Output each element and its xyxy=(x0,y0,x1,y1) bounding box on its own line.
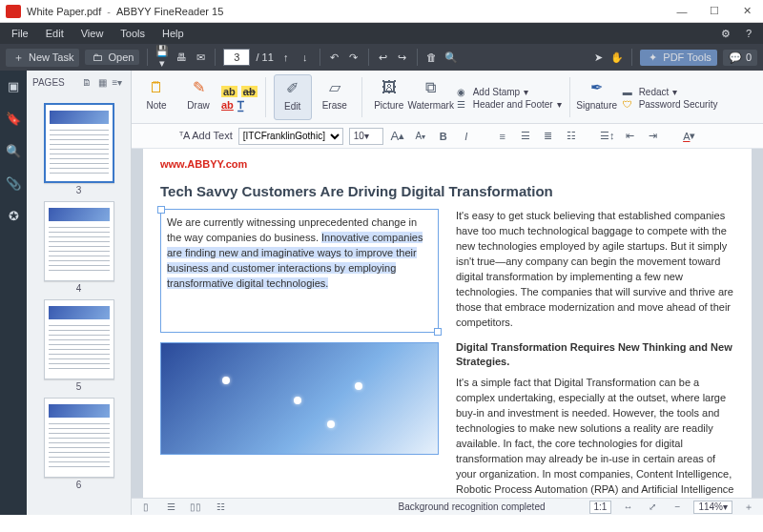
pencil-icon: ✎ xyxy=(187,76,210,99)
view-continuous-icon[interactable]: ☰ xyxy=(162,501,179,512)
fit-page-icon[interactable]: ⤢ xyxy=(644,501,661,512)
document-area: 🗒Note ✎Draw ab ab ab T̲ ✐Edit ▱Erase 🖼Pi… xyxy=(132,71,763,515)
align-right-button[interactable]: ≣ xyxy=(540,128,557,145)
page-up-button[interactable]: ↑ xyxy=(279,51,293,63)
ribbon: 🗒Note ✎Draw ab ab ab T̲ ✐Edit ▱Erase 🖼Pi… xyxy=(132,71,763,124)
search-button[interactable]: 🔍 xyxy=(444,51,458,64)
signature-icon: ✒ xyxy=(586,76,608,99)
font-color-button[interactable]: A▾ xyxy=(681,128,698,145)
thumbnail[interactable] xyxy=(44,398,114,478)
hand-tool[interactable]: ✋ xyxy=(610,51,624,64)
thumbnail[interactable] xyxy=(44,299,114,379)
menu-view[interactable]: View xyxy=(73,28,112,39)
menu-help[interactable]: Help xyxy=(155,28,192,39)
pages-add-icon[interactable]: 🗎 xyxy=(79,77,94,88)
page-url: www.ABBYY.com xyxy=(160,158,734,170)
title-separator: - xyxy=(107,6,111,17)
signature-button[interactable]: ✒Signature xyxy=(578,74,616,120)
app-title: ABBYY FineReader 15 xyxy=(116,6,223,17)
page-number-input[interactable] xyxy=(223,49,250,66)
text-toolbar: ᵀA Add Text [ITCFranklinGothic] 10 ▾ A▴ … xyxy=(132,124,763,149)
line-spacing-button[interactable]: ☰↕ xyxy=(599,128,616,145)
fit-width-icon[interactable]: ↔ xyxy=(619,501,636,512)
edit-button[interactable]: ✐Edit xyxy=(274,74,312,120)
edit-text-box[interactable]: We are currently witnessing unprecedente… xyxy=(160,209,439,333)
print-button[interactable]: 🖶 xyxy=(175,51,188,63)
menu-file[interactable]: File xyxy=(4,28,36,39)
insert-text-tool[interactable]: T̲ xyxy=(237,99,244,112)
menu-tools[interactable]: Tools xyxy=(113,28,153,39)
align-justify-button[interactable]: ☷ xyxy=(563,128,580,145)
header-footer-icon: ☰ xyxy=(454,99,469,110)
zoom-ratio[interactable]: 1:1 xyxy=(589,501,612,514)
status-message: Background recognition completed xyxy=(399,501,546,512)
strikethrough-tool[interactable]: ab xyxy=(241,86,258,97)
subheading: Digital Transformation Requires New Thin… xyxy=(456,340,734,371)
comments-button[interactable]: 💬0 xyxy=(723,50,757,66)
image-block[interactable] xyxy=(160,342,439,455)
zoom-level[interactable]: 114% ▾ xyxy=(693,501,732,514)
document-title: White Paper.pdf xyxy=(27,6,101,17)
plus-icon: ＋ xyxy=(11,51,25,65)
rail-attachments[interactable]: 📎 xyxy=(4,174,23,193)
minimize-button[interactable]: — xyxy=(666,0,698,23)
font-size-input[interactable]: 10 ▾ xyxy=(349,128,383,145)
rotate-left-button[interactable]: ↶ xyxy=(328,51,341,64)
redact-button[interactable]: ▬Redact▾ xyxy=(620,87,718,97)
view-two-page-icon[interactable]: ▯▯ xyxy=(187,501,204,512)
bold-button[interactable]: B xyxy=(435,128,452,145)
settings-icon[interactable]: ⚙ xyxy=(715,28,736,40)
comment-icon: 💬 xyxy=(729,51,742,64)
page-canvas[interactable]: www.ABBYY.com Tech Savvy Customers Are D… xyxy=(132,149,763,498)
rotate-right-button[interactable]: ↷ xyxy=(347,51,361,64)
page-down-button[interactable]: ↓ xyxy=(299,51,312,63)
indent-increase-button[interactable]: ⇥ xyxy=(645,128,662,145)
body-text: It's easy to get stuck believing that es… xyxy=(456,209,734,331)
view-two-continuous-icon[interactable]: ☷ xyxy=(212,501,229,512)
add-text-button[interactable]: ᵀA Add Text xyxy=(179,130,233,142)
close-button[interactable]: ✕ xyxy=(731,0,763,23)
mail-button[interactable]: ✉ xyxy=(194,51,207,64)
rail-pages[interactable]: ▣ xyxy=(4,76,23,95)
add-stamp-button[interactable]: ◉Add Stamp▾ xyxy=(454,87,562,97)
italic-button[interactable]: I xyxy=(458,128,475,145)
maximize-button[interactable]: ☐ xyxy=(698,0,731,23)
rail-search[interactable]: 🔍 xyxy=(4,141,23,160)
increase-font-button[interactable]: A▴ xyxy=(389,128,406,145)
pages-grid-icon[interactable]: ▦ xyxy=(94,77,110,88)
zoom-in-button[interactable]: ＋ xyxy=(740,501,757,514)
pdf-tools-button[interactable]: ✦PDF Tools xyxy=(640,50,717,66)
stamp-icon: ◉ xyxy=(454,87,469,97)
decrease-font-button[interactable]: A▾ xyxy=(412,128,429,145)
header-footer-button[interactable]: ☰Header and Footer▾ xyxy=(454,99,562,110)
delete-button[interactable]: 🗑 xyxy=(425,51,439,63)
pointer-tool[interactable]: ➤ xyxy=(591,51,605,64)
undo-button[interactable]: ↩ xyxy=(377,51,390,64)
password-security-button[interactable]: 🛡Password Security xyxy=(620,99,718,110)
redo-button[interactable]: ↪ xyxy=(396,51,409,64)
erase-button[interactable]: ▱Erase xyxy=(316,74,354,120)
view-single-icon[interactable]: ▯ xyxy=(137,501,155,512)
draw-button[interactable]: ✎Draw xyxy=(179,74,217,120)
picture-button[interactable]: 🖼Picture xyxy=(370,74,408,120)
indent-decrease-button[interactable]: ⇤ xyxy=(622,128,639,145)
align-left-button[interactable]: ≡ xyxy=(494,128,511,145)
thumbnail[interactable] xyxy=(44,201,114,281)
menu-edit[interactable]: Edit xyxy=(38,28,72,39)
align-center-button[interactable]: ☰ xyxy=(517,128,534,145)
open-button[interactable]: 🗀Open xyxy=(85,50,139,65)
underline-tool[interactable]: ab xyxy=(221,99,234,112)
rail-bookmarks[interactable]: 🔖 xyxy=(4,109,23,128)
thumbnail[interactable] xyxy=(44,103,114,183)
zoom-out-button[interactable]: − xyxy=(669,501,686,512)
help-icon[interactable]: ? xyxy=(738,28,759,39)
note-button[interactable]: 🗒Note xyxy=(137,74,175,120)
watermark-button[interactable]: ⧉Watermark xyxy=(412,74,450,120)
eraser-icon: ▱ xyxy=(323,76,346,99)
pages-menu-icon[interactable]: ≡▾ xyxy=(110,77,125,88)
new-task-button[interactable]: ＋New Task xyxy=(6,49,79,67)
highlight-tool[interactable]: ab xyxy=(221,86,237,97)
rail-stamps[interactable]: ✪ xyxy=(4,206,23,225)
font-select[interactable]: [ITCFranklinGothic] xyxy=(238,128,343,145)
save-button[interactable]: 💾▾ xyxy=(155,45,169,70)
